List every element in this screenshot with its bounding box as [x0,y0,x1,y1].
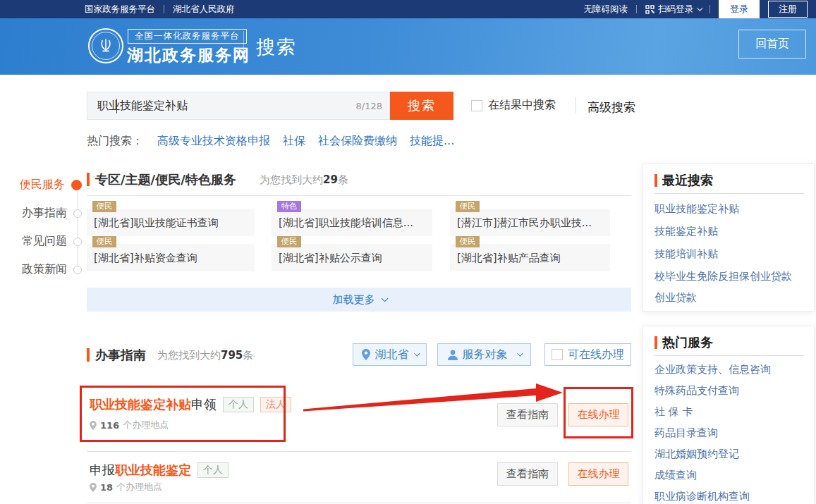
page-title: 搜索 [256,35,297,60]
service-card-title: [湖北省]职业技能培训信息... [279,216,413,230]
hot-service-item[interactable]: 湖北婚姻预约登记 [654,448,739,461]
divider [243,31,244,63]
accessibility-link[interactable]: 无障碍阅读 [584,4,628,16]
service-card-title: [湖北省]补贴公示查询 [279,252,382,265]
recent-search-item[interactable]: 校毕业生免除反担保创业贷款 [654,270,792,283]
annotation-box-result [80,386,286,442]
site-name: 湖北政务服务网 [127,44,250,66]
service-tag: 便民 [277,236,301,247]
sidebar-item-guides[interactable]: 办事指南 [22,206,82,221]
hot-service-item[interactable]: 社 保 卡 [654,405,693,419]
hot-search-link[interactable]: 高级专业技术资格申报 [157,134,270,149]
services-result-count: 为您找到大约29条 [260,173,348,187]
section-accent-bar [87,348,90,362]
hubei-gov-link[interactable]: 湖北省人民政府 [173,4,235,16]
checkbox-icon[interactable] [471,100,482,111]
divider [164,5,164,13]
service-card[interactable]: [潜江市]潜江市民办职业技... [450,209,610,236]
qr-login-menu[interactable]: 扫码登录 [645,4,701,16]
service-tag: 便民 [92,201,116,212]
divider [576,97,576,113]
divider [710,5,710,13]
locations-suffix: 个办理地点 [123,419,169,431]
top-utility-bar: 国家政务服务平台 湖北省人民政府 无障碍阅读 扫码登录 登录 注册 [0,0,816,18]
search-query-text: 职业技能鉴定补贴 [97,99,356,113]
recent-search-item[interactable]: 创业贷款 [654,291,697,305]
text-caret [116,99,117,113]
result-title[interactable]: 职业技能鉴定补贴申领个人法人 [90,396,291,413]
login-button[interactable]: 登录 [719,0,760,18]
region-filter-dropdown[interactable]: 湖北省 [353,343,427,366]
result-title-highlight: 职业技能鉴定补贴 [90,397,191,412]
count-suffix: 条 [243,349,253,362]
nav-dot-icon [71,180,82,190]
hot-services-title: 热门服务 [662,334,713,351]
topbar-actions: 无障碍阅读 扫码登录 登录 注册 [584,0,808,18]
audience-filter-dropdown[interactable]: 服务对象 [437,343,531,366]
recent-search-item[interactable]: 技能培训补贴 [654,247,718,261]
count-number: 29 [323,173,338,186]
hot-search-label: 热门搜索： [87,134,143,149]
anchor-nav: 便民服务 办事指南 常见问题 政策新闻 [11,173,82,286]
service-card[interactable]: [湖北省]职业技能培训信息... [272,209,432,236]
view-guide-button[interactable]: 查看指南 [497,462,558,486]
search-in-results-checkbox[interactable]: 在结果中搜索 [471,98,556,113]
divider [636,5,637,13]
count-prefix: 为您找到大约 [157,349,221,362]
result-title-prefix: 申报 [90,462,115,477]
online-handle-button[interactable]: 在线办理 [568,462,628,486]
sidebar-item-convenience[interactable]: 便民服务 [20,178,82,192]
search-input[interactable]: 职业技能鉴定补贴 8/128 [87,92,390,120]
online-filter-label: 可在线办理 [568,348,624,362]
chevron-down-icon [697,5,702,11]
online-handle-button[interactable]: 在线办理 [568,403,628,426]
count-number: 795 [221,349,243,362]
result-locations: 116个办理地点 [90,419,169,431]
hot-search-link[interactable]: 社保 [283,134,305,149]
service-tag: 便民 [456,201,480,212]
hot-search-link[interactable]: 技能提... [410,134,454,149]
search-results-page: 国家政务服务平台 湖北省人民政府 无障碍阅读 扫码登录 登录 注册 [0,0,816,504]
advanced-search-link[interactable]: 高级搜索 [587,99,635,116]
qr-login-label: 扫码登录 [658,4,693,16]
service-card[interactable]: [湖北省]职业技能证书查询 [87,209,255,236]
service-card[interactable]: [湖北省]补贴资金查询 [87,244,255,271]
sidebar-item-faq[interactable]: 常见问题 [22,234,82,249]
hot-service-item[interactable]: 企业政策支持、信息咨询 [654,363,771,376]
search-button[interactable]: 搜索 [390,92,453,120]
hot-service-item[interactable]: 成绩查询 [654,469,697,482]
legal-entity-tag: 法人 [260,397,291,412]
recent-search-item[interactable]: 技能鉴定补贴 [654,225,718,238]
service-card[interactable]: [湖北省]补贴产品查询 [450,244,610,271]
result-title[interactable]: 申报职业技能鉴定个人 [90,462,229,479]
hot-search-link[interactable]: 社会保险费缴纳 [318,134,397,149]
guide-result-count: 为您找到大约795条 [157,349,253,362]
sidebar-item-policy-news[interactable]: 政策新闻 [22,262,82,277]
result-locations: 18个办理地点 [90,481,162,493]
view-guide-button[interactable]: 查看指南 [497,403,558,426]
audience-filter-label: 服务对象 [463,348,508,362]
register-button[interactable]: 注册 [768,1,808,18]
person-tag: 个人 [197,462,229,478]
locations-count: 116 [100,420,119,431]
home-button[interactable]: 回首页 [738,30,806,59]
online-filter-checkbox[interactable]: 可在线办理 [544,343,631,366]
national-platform-badge: 全国一体化政务服务平台 [128,29,247,44]
hot-service-item[interactable]: 特殊药品支付查询 [654,384,739,398]
service-card-title: [湖北省]补贴资金查询 [94,252,197,265]
topbar-links: 国家政务服务平台 湖北省人民政府 [85,4,235,16]
divider [654,193,804,194]
service-card-title: [潜江市]潜江市民办职业技... [457,216,592,230]
service-card[interactable]: [湖北省]补贴公示查询 [272,244,432,271]
locations-suffix: 个办理地点 [116,481,162,493]
hot-service-item[interactable]: 职业病诊断机构查询 [654,490,750,503]
national-platform-link[interactable]: 国家政务服务平台 [85,4,155,16]
checkbox-icon[interactable] [552,349,563,360]
chevron-down-icon [381,295,388,302]
load-more-button[interactable]: 加载更多 [87,288,631,312]
hot-search-row: 热门搜索： 高级专业技术资格申报 社保 社会保险费缴纳 技能提... [87,134,467,149]
service-card-title: [湖北省]补贴产品查询 [457,252,561,265]
hot-service-item[interactable]: 药品目录查询 [654,426,718,440]
recent-search-item[interactable]: 职业技能鉴定补贴 [654,202,739,216]
count-prefix: 为您找到大约 [260,173,323,186]
